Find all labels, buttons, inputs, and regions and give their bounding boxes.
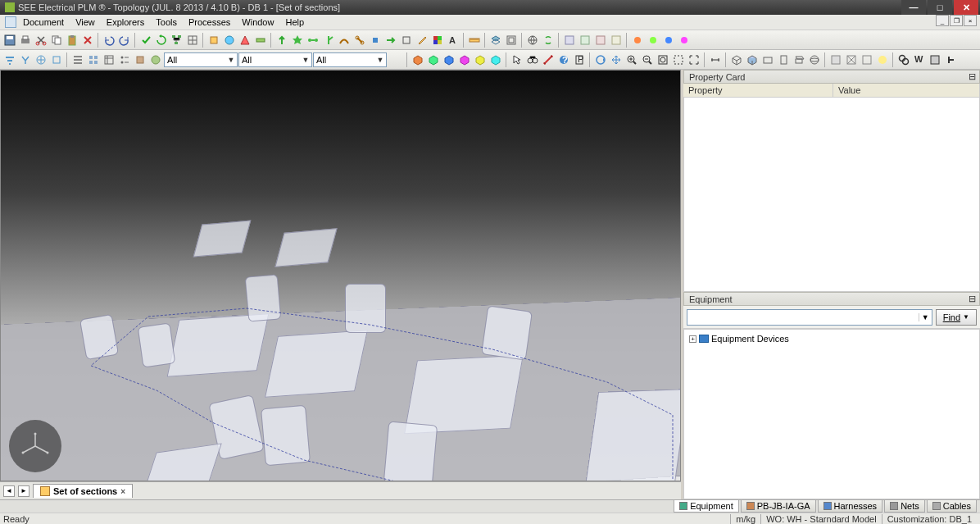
tb2-zoom-out-icon[interactable] <box>640 52 655 67</box>
tb2-list-6-icon[interactable] <box>148 52 163 67</box>
doc-tab-close-icon[interactable]: × <box>120 487 125 496</box>
document-tab-active[interactable]: Set of sections × <box>33 484 133 498</box>
tb2-render-1-icon[interactable] <box>828 52 843 67</box>
tb2-render-4-icon[interactable] <box>875 52 890 67</box>
equipment-search-combo[interactable]: ▼ <box>687 309 932 326</box>
property-card-panel-header[interactable]: Property Card ⊟ <box>683 70 980 84</box>
tb-view-2-icon[interactable] <box>578 33 592 48</box>
tb2-view3d-3-icon[interactable] <box>760 52 775 67</box>
tb2-find-icon[interactable] <box>896 52 911 67</box>
tb-toggle-3-icon[interactable] <box>238 33 252 48</box>
tb2-filter-3-icon[interactable] <box>34 52 48 67</box>
bottom-tab-cables[interactable]: Cables <box>927 500 977 513</box>
tb-arrow-up-green-icon[interactable] <box>274 33 289 48</box>
tb2-combo-3[interactable]: All▼ <box>313 52 387 67</box>
tb2-info-icon[interactable]: ? <box>556 52 571 67</box>
tb2-list-4-icon[interactable] <box>117 52 132 67</box>
equipment-panel-header[interactable]: Equipment ⊟ <box>683 292 980 306</box>
tb2-color-cube-1-icon[interactable] <box>411 52 425 67</box>
tb-link-icon[interactable] <box>352 33 367 48</box>
menu-view[interactable]: View <box>70 16 100 29</box>
pin-icon[interactable]: ⊟ <box>966 71 978 83</box>
menu-explorers[interactable]: Explorers <box>102 16 149 29</box>
tb2-view3d-6-icon[interactable] <box>807 52 822 67</box>
tb2-filter-1-icon[interactable] <box>2 52 17 67</box>
document-menu-icon[interactable] <box>5 16 16 28</box>
tb-palette-icon[interactable] <box>430 33 445 48</box>
bottom-tab-pb-jb-ia-ga[interactable]: PB-JB-IA-GA <box>741 500 816 513</box>
tb-undo-icon[interactable] <box>102 33 116 48</box>
tb-grid-icon[interactable] <box>185 33 200 48</box>
orientation-gizmo[interactable] <box>9 420 61 472</box>
tb2-color-cube-3-icon[interactable] <box>442 52 456 67</box>
doc-tab-prev-button[interactable]: ◄ <box>3 485 15 497</box>
tb2-pan-icon[interactable] <box>609 52 624 67</box>
tb-view-4-icon[interactable] <box>609 33 624 48</box>
tb2-select-icon[interactable] <box>510 52 524 67</box>
tb-ruler-icon[interactable] <box>467 33 482 48</box>
tb2-rotate-icon[interactable] <box>593 52 608 67</box>
tb-delete-icon[interactable] <box>80 33 95 48</box>
bottom-tab-nets[interactable]: Nets <box>884 500 925 513</box>
window-minimize-button[interactable]: — <box>901 0 926 15</box>
value-column-header[interactable]: Value <box>833 84 980 97</box>
tb2-render-3-icon[interactable] <box>860 52 874 67</box>
pin-icon[interactable]: ⊟ <box>966 294 978 305</box>
tb-toggle-1-icon[interactable] <box>206 33 221 48</box>
tb2-view3d-2-icon[interactable] <box>745 52 760 67</box>
tb-refresh-icon[interactable] <box>154 33 169 48</box>
tree-root-node[interactable]: + Equipment Devices <box>687 333 976 344</box>
tb-redo-icon[interactable] <box>117 33 132 48</box>
tb-frame-icon[interactable] <box>504 33 519 48</box>
tb2-zoom-fit-icon[interactable] <box>656 52 670 67</box>
property-column-header[interactable]: Property <box>683 84 833 97</box>
tb2-park-icon[interactable]: P <box>572 52 587 67</box>
tb2-list-1-icon[interactable] <box>70 52 85 67</box>
tb-node-blue-icon[interactable] <box>368 33 383 48</box>
tb2-list-5-icon[interactable] <box>133 52 147 67</box>
tb-save-icon[interactable] <box>2 33 17 48</box>
tb-box-icon[interactable] <box>399 33 414 48</box>
tb2-color-cube-6-icon[interactable] <box>488 52 503 67</box>
tb2-zoom-in-icon[interactable] <box>624 52 639 67</box>
tb-pencil-icon[interactable] <box>415 33 429 48</box>
tb2-zoom-all-icon[interactable] <box>687 52 701 67</box>
tb2-render-2-icon[interactable] <box>844 52 859 67</box>
menu-tools[interactable]: Tools <box>151 16 182 29</box>
tb2-dim-icon[interactable] <box>708 52 723 67</box>
tree-expand-icon[interactable]: + <box>689 335 696 343</box>
tb-branch-green-icon[interactable] <box>321 33 336 48</box>
tb-mode-2-icon[interactable] <box>646 33 660 48</box>
tb-view-3-icon[interactable] <box>593 33 608 48</box>
tb2-goto-icon[interactable]: W <box>912 52 927 67</box>
tb-mode-1-icon[interactable] <box>630 33 645 48</box>
window-maximize-button[interactable]: □ <box>928 0 952 15</box>
tb-mode-3-icon[interactable] <box>661 33 676 48</box>
tb2-next-icon[interactable] <box>928 52 942 67</box>
tb2-list-3-icon[interactable] <box>102 52 116 67</box>
tb-toggle-4-icon[interactable] <box>253 33 268 48</box>
tb2-view3d-5-icon[interactable] <box>792 52 806 67</box>
bottom-tab-equipment[interactable]: Equipment <box>674 500 739 513</box>
tb2-zoom-window-icon[interactable] <box>671 52 686 67</box>
equipment-find-button[interactable]: Find ▼ <box>936 309 977 326</box>
menu-document[interactable]: Document <box>18 16 69 29</box>
tb-cut-icon[interactable] <box>34 33 48 48</box>
3d-viewport[interactable] <box>0 70 681 481</box>
tb-paste-icon[interactable] <box>65 33 79 48</box>
tb2-view3d-4-icon[interactable] <box>776 52 791 67</box>
doc-tab-next-button[interactable]: ► <box>18 485 29 497</box>
tb2-binoculars-icon[interactable] <box>525 52 540 67</box>
window-close-button[interactable]: ✕ <box>954 0 978 15</box>
tb2-filter-2-icon[interactable] <box>18 52 33 67</box>
menu-processes[interactable]: Processes <box>184 16 235 29</box>
tb-view-1-icon[interactable] <box>562 33 577 48</box>
tb2-list-2-icon[interactable] <box>86 52 101 67</box>
tb-layers-icon[interactable] <box>488 33 503 48</box>
tb2-combo-1[interactable]: All▼ <box>164 52 238 67</box>
tb-curve-icon[interactable] <box>337 33 352 48</box>
tb-toggle-2-icon[interactable] <box>222 33 237 48</box>
equipment-tree[interactable]: + Equipment Devices <box>683 329 980 499</box>
tb-star-green-icon[interactable] <box>290 33 305 48</box>
mdi-close-button[interactable]: × <box>964 15 977 26</box>
